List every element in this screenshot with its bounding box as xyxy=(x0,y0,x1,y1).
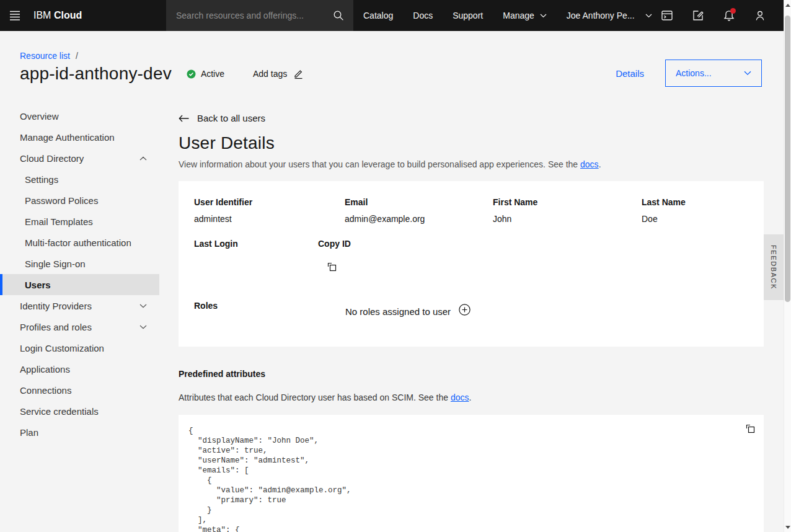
page-scrollbar[interactable] xyxy=(784,0,791,532)
sidebar-item-email-templates[interactable]: Email Templates xyxy=(0,211,159,232)
edit-note-button[interactable] xyxy=(683,0,714,31)
nav-docs[interactable]: Docs xyxy=(403,0,443,31)
sidebar-item-settings[interactable]: Settings xyxy=(0,169,159,190)
ibm-cloud-app-id-users-page: IBM Cloud Catalog Docs Support Manage Jo… xyxy=(0,0,791,532)
sidebar-item-login-customization[interactable]: Login Customization xyxy=(0,337,159,358)
search-input[interactable] xyxy=(166,0,324,31)
roles-empty-text: No roles assigned to user xyxy=(345,307,451,316)
chevron-down-icon xyxy=(139,304,147,308)
sidebar-item-single-sign-on[interactable]: Single Sign-on xyxy=(0,253,159,274)
copy-icon xyxy=(327,262,337,272)
cli-window-icon xyxy=(661,9,673,22)
nav-account-dropdown[interactable]: Joe Anthony Pe... xyxy=(557,0,662,31)
brand-prefix: IBM xyxy=(33,10,51,20)
field-value-email: admin@example.org xyxy=(345,215,425,223)
scim-code-snippet: { "displayName": "John Doe", "active": t… xyxy=(179,415,764,532)
resource-title-row: app-id-anthony-dev Active Add tags xyxy=(20,62,304,86)
profile-button[interactable] xyxy=(745,0,776,31)
code-line: "meta": { xyxy=(188,525,754,532)
page-description: View information about your users that y… xyxy=(179,159,764,169)
scrollbar-down-arrow[interactable] xyxy=(785,526,790,529)
field-label-first-name: First Name xyxy=(493,198,537,206)
sidebar-item-users[interactable]: Users xyxy=(0,274,159,295)
global-header: IBM Cloud Catalog Docs Support Manage Jo… xyxy=(0,0,784,31)
feedback-button[interactable]: FEEDBACK xyxy=(764,234,784,300)
code-line: "primary": true xyxy=(188,495,754,505)
global-search xyxy=(166,0,353,31)
sidebar-item-manage-authentication[interactable]: Manage Authentication xyxy=(0,126,159,148)
code-line: "active": true, xyxy=(188,446,754,456)
details-link[interactable]: Details xyxy=(616,68,644,79)
scrollbar-up-arrow[interactable] xyxy=(785,4,790,7)
hamburger-menu-button[interactable] xyxy=(0,0,30,31)
user-details-card: User Identifier Email First Name Last Na… xyxy=(179,181,764,347)
add-tags-button[interactable]: Add tags xyxy=(253,69,304,79)
edit-icon xyxy=(692,9,704,22)
status-badge: Active xyxy=(187,69,224,79)
docs-link[interactable]: docs xyxy=(580,159,599,169)
search-button[interactable] xyxy=(324,0,353,31)
code-line: { xyxy=(188,426,754,436)
code-line: "displayName": "John Doe", xyxy=(188,436,754,446)
chevron-down-icon xyxy=(139,325,147,329)
sidebar-item-multi-factor-authentication[interactable]: Multi-factor authentication xyxy=(0,232,159,253)
sidebar-item-applications[interactable]: Applications xyxy=(0,358,159,379)
chevron-down-icon xyxy=(744,71,751,76)
predefined-attributes-description: Attributes that each Cloud Directory use… xyxy=(179,392,764,402)
page-title: User Details xyxy=(179,133,764,153)
actions-dropdown[interactable]: Actions... xyxy=(665,60,762,87)
scim-docs-link[interactable]: docs xyxy=(451,392,469,402)
predefined-attributes-title: Predefined attributes xyxy=(179,369,764,379)
sidebar-item-service-credentials[interactable]: Service credentials xyxy=(0,401,159,422)
copy-icon xyxy=(745,423,756,434)
nav-catalog[interactable]: Catalog xyxy=(353,0,403,31)
ibm-cloud-logo[interactable]: IBM Cloud xyxy=(33,10,82,21)
chevron-up-icon xyxy=(139,156,147,161)
brand-name: Cloud xyxy=(54,10,82,20)
nav-manage-dropdown[interactable]: Manage xyxy=(493,0,557,31)
scrollbar-thumb[interactable] xyxy=(785,16,790,302)
sidebar-item-cloud-directory[interactable]: Cloud Directory xyxy=(0,148,159,169)
sidebar-item-plan[interactable]: Plan xyxy=(0,422,159,443)
notification-badge-dot xyxy=(730,8,736,14)
cli-window-button[interactable] xyxy=(652,0,683,31)
header-nav: Catalog Docs Support Manage Joe Anthony … xyxy=(353,0,662,31)
chevron-down-icon xyxy=(645,14,652,18)
sidebar-item-password-polices[interactable]: Password Polices xyxy=(0,190,159,211)
main-content: Back to all users User Details View info… xyxy=(179,105,764,532)
copy-snippet-button[interactable] xyxy=(743,422,757,435)
edit-tags-icon xyxy=(293,69,304,79)
add-role-button[interactable] xyxy=(457,303,471,316)
field-label-copy-id: Copy ID xyxy=(318,239,351,248)
user-avatar-icon xyxy=(754,9,766,22)
roles-label: Roles xyxy=(194,301,218,310)
field-value-last-name: Doe xyxy=(642,215,658,223)
sidebar-item-profiles-and-roles[interactable]: Profiles and roles xyxy=(0,316,159,337)
breadcrumb: Resource list / xyxy=(20,51,78,61)
back-to-all-users-link[interactable]: Back to all users xyxy=(179,113,265,123)
field-label-last-login: Last Login xyxy=(194,239,238,248)
add-circle-icon xyxy=(459,304,471,316)
notifications-button[interactable] xyxy=(714,0,745,31)
breadcrumb-resource-list-link[interactable]: Resource list xyxy=(20,51,70,61)
arrow-left-icon xyxy=(179,115,189,122)
sidebar-item-connections[interactable]: Connections xyxy=(0,379,159,401)
header-action-icons xyxy=(652,0,776,31)
chevron-down-icon xyxy=(540,14,547,18)
sidebar-item-identity-providers[interactable]: Identity Providers xyxy=(0,295,159,316)
search-icon xyxy=(333,10,344,21)
copy-id-button[interactable] xyxy=(325,260,338,273)
sidebar-item-overview[interactable]: Overview xyxy=(0,105,159,126)
field-label-user-identifier: User Identifier xyxy=(194,198,252,206)
code-line: { xyxy=(188,476,754,485)
resource-title: app-id-anthony-dev xyxy=(20,64,172,84)
code-line: ], xyxy=(188,515,754,525)
resource-title-controls: Details Actions... xyxy=(616,60,762,87)
breadcrumb-separator: / xyxy=(76,51,78,61)
field-label-last-name: Last Name xyxy=(642,198,686,206)
field-value-first-name: John xyxy=(493,215,511,223)
nav-support[interactable]: Support xyxy=(443,0,493,31)
field-value-user-identifier: admintest xyxy=(194,215,232,223)
code-line: "emails": [ xyxy=(188,466,754,476)
status-label: Active xyxy=(201,69,224,79)
